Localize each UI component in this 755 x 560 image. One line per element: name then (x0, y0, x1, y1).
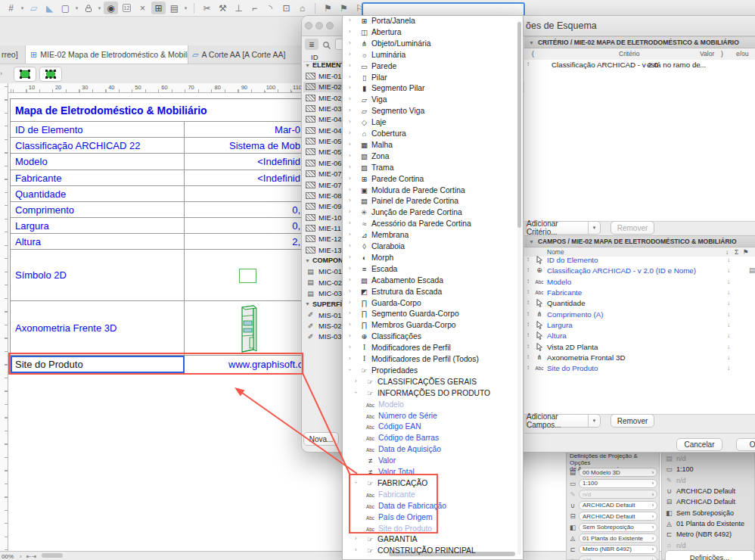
remove-criteria-button[interactable]: Remover (611, 221, 654, 235)
projection-setting-dropdown[interactable]: n/d› (579, 555, 657, 560)
table-row-label[interactable]: Modelo (11, 154, 185, 170)
field-row[interactable]: ↕AbcModelo↓ (524, 277, 755, 288)
chevron-collapsed-icon[interactable]: › (349, 84, 351, 91)
dropdown-item[interactable]: ›⊕Classificações (343, 331, 523, 343)
chevron-down-icon[interactable]: ▼ (588, 415, 600, 427)
dropdown-item[interactable]: ›∏Segmento Guarda-Corpo (343, 309, 523, 320)
dropdown-item[interactable]: ›⊞Parede Cortina (343, 174, 523, 185)
sort-direction-icon[interactable]: ↓ (727, 343, 730, 350)
field-row[interactable]: ↕ID do Elemento↓ (524, 255, 755, 266)
fields-section-header[interactable]: ▼CAMPOS / MIE-02 MAPA DE ELETRODOMÉSTICO… (524, 235, 755, 247)
drag-handle-icon[interactable]: ↕ (527, 61, 530, 67)
table-row-label[interactable]: Altura (11, 234, 185, 249)
chevron-down-icon[interactable]: ▼ (588, 222, 600, 234)
chevron-collapsed-icon[interactable]: › (349, 107, 351, 114)
chevron-collapsed-icon[interactable]: › (349, 310, 351, 316)
criteria-row[interactable]: ↕ Classificação ARCHICAD - v 2.0 está no… (524, 60, 755, 71)
chevron-expanded-icon[interactable]: › (353, 481, 359, 484)
dropdown-item[interactable]: AbcData de Fabricação (343, 501, 523, 512)
chevron-collapsed-icon[interactable]: › (349, 175, 351, 182)
dropdown-item[interactable]: ›☞CLASSIFICAÇÕES GERAIS (343, 377, 523, 388)
tab-partial[interactable]: rreo] (0, 45, 23, 64)
table-row-value[interactable] (185, 186, 302, 201)
zoom-menu-chevron[interactable]: › (20, 553, 22, 560)
dropdown-item[interactable]: ›☞FABRICAÇÃO (343, 478, 523, 490)
layers-icon-chevron[interactable]: ▾ (183, 5, 188, 11)
dropdown-item[interactable]: AbcCódigo EAN (343, 422, 523, 433)
layers-icon[interactable]: ▤ (167, 2, 182, 14)
dropdown-item[interactable]: ›◐Morph (343, 253, 523, 264)
marquee-thick-selection-button[interactable] (39, 67, 62, 82)
dropdown-item[interactable]: ›☞CONSTRUÇÃO PRINCIPAL (343, 546, 523, 557)
sort-direction-icon[interactable]: ↓ (727, 299, 730, 306)
ok-button[interactable]: OK (736, 438, 755, 451)
add-fields-button[interactable]: Adicionar Campos...▼ (526, 414, 601, 428)
criteria-section-header[interactable]: ▼CRITÉRIO / MIE-02 MAPA DE ELETRODOMÉSTI… (524, 36, 755, 48)
dropdown-item[interactable]: ›☞Propriedades (343, 366, 523, 377)
dropdown-item[interactable]: ›∏Membros Guarda-Corpo (343, 320, 523, 331)
chevron-collapsed-icon[interactable]: › (349, 276, 351, 283)
sort-direction-icon[interactable]: ↓ (727, 310, 730, 318)
tab-schedule[interactable]: ⊞MIE-02 Mapa de Eletrodoméstico & Mobili… (25, 45, 188, 64)
cancel-button[interactable]: Cancelar (676, 438, 722, 451)
dropdown-item[interactable]: ›IModificadores de Perfil (343, 343, 523, 354)
chevron-collapsed-icon[interactable]: › (349, 17, 351, 23)
chevron-collapsed-icon[interactable]: › (349, 208, 351, 215)
projection-setting-dropdown[interactable]: ARCHICAD Default› (579, 501, 657, 510)
group-frame-icon[interactable]: ⊞ (151, 2, 166, 14)
dropdown-item[interactable]: AbcFabricante (343, 490, 523, 501)
chevron-collapsed-icon[interactable]: › (349, 51, 351, 58)
table-row-label[interactable]: Largura (11, 218, 185, 233)
sort-direction-icon[interactable]: ↓ (727, 256, 730, 263)
table-row-value[interactable]: <Indefinid (185, 170, 302, 185)
projection-setting-dropdown[interactable]: 1:100› (579, 479, 657, 488)
dropdown-item[interactable]: ›▧Zona (343, 151, 523, 163)
chevron-collapsed-icon[interactable]: › (349, 254, 351, 260)
dropdown-item[interactable]: ›☼Luminária (343, 50, 523, 61)
sort-direction-icon[interactable]: ↓ (727, 288, 730, 296)
dropdown-item[interactable]: ›▭Parede (343, 61, 523, 73)
toolbar-overflow-chevron[interactable]: › (0, 70, 2, 77)
dropdown-item[interactable]: ›▦Malha (343, 140, 523, 151)
tab-section[interactable]: ▱A Corte AA [A Corte AA] (188, 45, 301, 64)
remove-fields-button[interactable]: Remover (611, 414, 654, 428)
dropdown-item[interactable]: AbcData de Aquisição (343, 444, 523, 456)
field-row[interactable]: ↕Vista 2D Planta↓ (524, 342, 755, 353)
adjust-icon[interactable]: ⚒ (216, 2, 230, 14)
list-view-toggle-button[interactable]: ≣ (305, 39, 318, 50)
field-row[interactable]: ↕AbcFabricante↓ (524, 288, 755, 298)
table-row-value[interactable]: Mar-0 (185, 122, 302, 137)
chevron-collapsed-icon[interactable]: › (349, 118, 351, 125)
dropdown-item[interactable]: ›▮Segmento Pilar (343, 83, 523, 95)
quick-option-row[interactable]: ✎n/d (664, 475, 753, 486)
dropdown-item[interactable]: ›◫Abertura (343, 27, 523, 39)
projection-setting-dropdown[interactable]: n/d› (579, 490, 657, 499)
dropdown-item[interactable]: AbcSite do Produto (343, 524, 523, 535)
dropdown-item[interactable]: AbcModelo (343, 400, 523, 411)
new-scheme-button[interactable]: Nova... (303, 432, 339, 446)
frame-tool-icon[interactable]: ▢ (58, 2, 73, 14)
table-row-label[interactable]: Símbolo 2D (11, 250, 185, 300)
lock-icon[interactable] (81, 2, 95, 14)
dropdown-item[interactable]: ›▱Segmento Viga (343, 106, 523, 117)
dropdown-item[interactable]: ›▨Trama (343, 163, 523, 174)
zoom-window-button[interactable] (326, 22, 334, 30)
projection-setting-dropdown[interactable]: 01 Planta do Existente› (579, 534, 657, 543)
quick-options-settings-button[interactable]: Definições... (665, 550, 754, 560)
field-options-icon[interactable]: ▤ (749, 266, 755, 274)
chevron-collapsed-icon[interactable]: › (349, 332, 351, 339)
chevron-expanded-icon[interactable]: › (346, 369, 353, 371)
quick-option-row[interactable]: ⊟ARCHICAD Default (664, 496, 753, 507)
dropdown-item[interactable]: ›▣Moldura de Parede Cortina (343, 185, 523, 197)
quick-option-row[interactable]: ▭1:100 (664, 464, 753, 474)
table-row-value[interactable]: Sistema de Mob (185, 138, 302, 153)
lock-icon-chevron[interactable]: ▾ (97, 5, 102, 11)
quick-option-row[interactable]: ▤n/d (664, 453, 753, 464)
chevron-collapsed-icon[interactable]: › (349, 197, 351, 204)
explode-icon[interactable]: × (135, 2, 150, 14)
table-row-value[interactable]: 2, (185, 234, 302, 249)
table-row-label[interactable]: Classificação ARCHICAD 22 (11, 138, 185, 153)
dropdown-item[interactable]: ≠Valor (343, 456, 523, 467)
drag-handle-icon[interactable]: ↕ (527, 266, 530, 273)
dropdown-item[interactable]: ›▱Viga (343, 95, 523, 106)
